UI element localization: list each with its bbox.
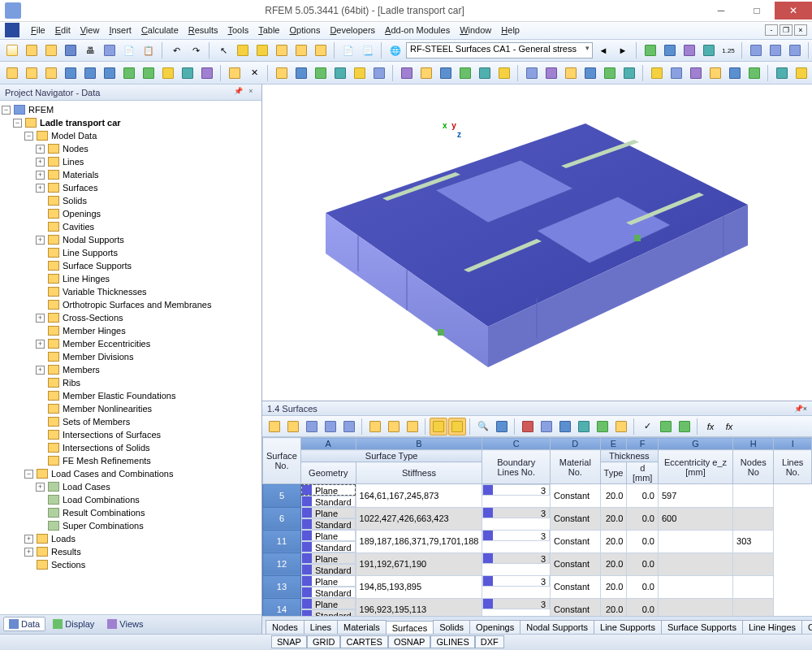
edit-r13-button[interactable]: ✕ — [245, 64, 263, 82]
edit-row-button[interactable] — [266, 418, 283, 436]
tb-btn-3[interactable] — [303, 418, 321, 436]
tb-btn-14[interactable] — [538, 418, 555, 436]
undo-button[interactable]: ↶ — [167, 41, 185, 59]
tree-load-combinations[interactable]: Load Combinations — [2, 493, 260, 506]
col-G[interactable]: G — [658, 438, 732, 450]
tree-model-data[interactable]: −Model Data — [2, 129, 260, 142]
view-tool-24-button[interactable] — [773, 64, 791, 82]
edit-r8-button[interactable] — [140, 64, 158, 82]
data-tab-line-hinges[interactable]: Line Hinges — [742, 620, 802, 634]
view-tool-6-button[interactable] — [398, 64, 416, 82]
tree-loads[interactable]: +Loads — [2, 532, 260, 545]
function-button[interactable]: fx — [702, 418, 719, 436]
table-row[interactable]: 12PlaneStandard191,192,671,1903Constant2… — [263, 552, 812, 575]
window-maximize-button[interactable]: □ — [739, 2, 775, 20]
save-button[interactable] — [62, 41, 80, 59]
lasso-button[interactable] — [234, 41, 252, 59]
tb-btn-18[interactable] — [612, 418, 630, 436]
notes-button[interactable]: 📄 — [339, 41, 357, 59]
menu-view[interactable]: View — [76, 23, 105, 37]
project-button[interactable] — [101, 41, 119, 59]
tree-member-nonlinearities[interactable]: Member Nonlinearities — [2, 402, 260, 415]
print-button[interactable]: 🖶 — [81, 41, 99, 59]
tree-cavities[interactable]: Cavities — [2, 220, 260, 233]
col-B[interactable]: B — [356, 438, 482, 450]
tool-button-1[interactable] — [273, 41, 291, 59]
tb-btn-11[interactable]: 🔍 — [474, 418, 492, 436]
tb-btn-2[interactable] — [284, 418, 302, 436]
edit-r3-button[interactable] — [42, 64, 60, 82]
menu-calculate[interactable]: Calculate — [136, 23, 184, 37]
menu-add-on-modules[interactable]: Add-on Modules — [380, 23, 455, 37]
tb-btn-8[interactable] — [404, 418, 421, 436]
tb-btn-15[interactable] — [556, 418, 574, 436]
navigator-close-button[interactable]: × — [245, 87, 257, 98]
menu-edit[interactable]: Edit — [50, 23, 76, 37]
view-tool-2-button[interactable] — [312, 64, 330, 82]
open-model-button[interactable] — [42, 41, 60, 59]
view-tool-11-button[interactable] — [495, 64, 513, 82]
wizard-button[interactable] — [253, 41, 271, 59]
tree-member-eccentricities[interactable]: +Member Eccentricities — [2, 337, 260, 350]
view-tool-13-button[interactable] — [542, 64, 560, 82]
status-osnap[interactable]: OSNAP — [388, 635, 431, 648]
table-pin-button[interactable]: 📌 — [794, 405, 803, 413]
addon-r1-button[interactable] — [747, 41, 765, 59]
menu-file[interactable]: File — [26, 23, 50, 37]
tb-btn-4[interactable] — [322, 418, 339, 436]
tree-orthotropic-surfaces-and-membranes[interactable]: Orthotropic Surfaces and Membranes — [2, 298, 260, 311]
tree-fe-mesh-refinements[interactable]: FE Mesh Refinements — [2, 454, 260, 467]
tree-member-elastic-foundations[interactable]: Member Elastic Foundations — [2, 389, 260, 402]
data-tab-nodes[interactable]: Nodes — [266, 620, 304, 634]
view-tool-21-button[interactable] — [706, 64, 724, 82]
tree-load-cases-and-combinations[interactable]: −Load Cases and Combinations — [2, 467, 260, 480]
open-button[interactable] — [23, 41, 41, 59]
table-row[interactable]: 13PlaneStandard194,85,193,8953Constant20… — [263, 575, 812, 598]
view-tool-4-button[interactable] — [351, 64, 369, 82]
selection-button[interactable]: ↖ — [214, 41, 232, 59]
view-tool-5-button[interactable] — [370, 64, 388, 82]
status-snap[interactable]: SNAP — [271, 635, 307, 648]
col-H[interactable]: H — [733, 438, 774, 450]
status-cartes[interactable]: CARTES — [340, 635, 387, 648]
col-F[interactable]: F — [627, 438, 659, 450]
tree-openings[interactable]: Openings — [2, 207, 260, 220]
edit-r1-button[interactable] — [3, 64, 21, 82]
edit-r11-button[interactable] — [198, 64, 216, 82]
nav-tab-display[interactable]: Display — [47, 617, 100, 631]
tree-rfem[interactable]: −RFEM — [2, 103, 260, 116]
globe-icon[interactable]: 🌐 — [387, 41, 404, 59]
print-preview-button[interactable]: 📄 — [120, 41, 138, 59]
tool-button-2[interactable] — [292, 41, 310, 59]
mdi-minimize-button[interactable]: - — [765, 24, 778, 36]
mdi-close-button[interactable]: × — [794, 24, 807, 36]
tb-btn-10[interactable] — [448, 418, 466, 436]
data-tab-cross-sections[interactable]: Cross-Sections — [801, 620, 812, 634]
view-tool-25-button[interactable] — [793, 64, 810, 82]
view-tool-20-button[interactable] — [687, 64, 705, 82]
edit-r6-button[interactable] — [101, 64, 119, 82]
menu-results[interactable]: Results — [184, 23, 223, 37]
menu-window[interactable]: Window — [455, 23, 496, 37]
status-grid[interactable]: GRID — [307, 635, 341, 648]
tree-cross-sections[interactable]: +Cross-Sections — [2, 311, 260, 324]
table-grid[interactable]: SurfaceNo.ABCDEFGHISurface TypeBoundary … — [262, 437, 812, 616]
menu-tools[interactable]: Tools — [222, 23, 253, 37]
tb-btn-9[interactable] — [430, 418, 447, 436]
menu-options[interactable]: Options — [284, 23, 325, 37]
addon-r2-button[interactable] — [767, 41, 784, 59]
prev-case-button[interactable]: ◄ — [594, 41, 612, 59]
tree-members[interactable]: +Members — [2, 363, 260, 376]
view-tool-8-button[interactable] — [437, 64, 455, 82]
col-C[interactable]: C — [482, 438, 551, 450]
tree-sets-of-members[interactable]: Sets of Members — [2, 415, 260, 428]
data-tab-line-supports[interactable]: Line Supports — [594, 620, 662, 634]
tree-sections[interactable]: Sections — [2, 558, 260, 571]
tree-surfaces[interactable]: +Surfaces — [2, 181, 260, 194]
tree-nodes[interactable]: +Nodes — [2, 142, 260, 155]
tb-btn-5[interactable] — [340, 418, 358, 436]
edit-r12-button[interactable] — [226, 64, 244, 82]
data-tab-solids[interactable]: Solids — [433, 620, 470, 634]
data-tab-materials[interactable]: Materials — [337, 620, 387, 634]
tree-intersections-of-surfaces[interactable]: Intersections of Surfaces — [2, 428, 260, 441]
